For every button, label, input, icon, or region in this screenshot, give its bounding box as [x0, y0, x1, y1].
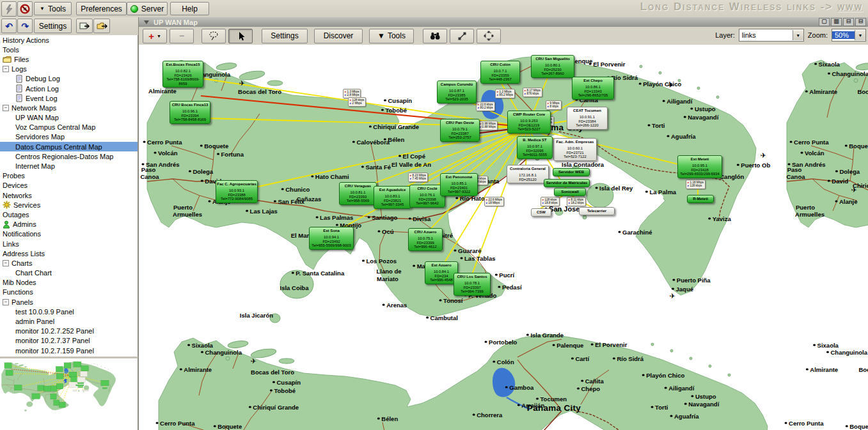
preferences-button[interactable]: Preferences [76, 2, 127, 15]
collapse-box-icon[interactable]: − [3, 299, 9, 305]
network-map-canvas[interactable]: ChanguinolaAlmiranteBocas del ToroCusapí… [139, 45, 868, 430]
sidebar-item-notifications[interactable]: Notifications [0, 229, 138, 239]
map-node-cwp-router-core[interactable]: CWP Router Core10.0.9.253FD=OE1219Tel=52… [507, 111, 551, 134]
sidebar-item-history-actions[interactable]: History Actions [0, 35, 138, 45]
map-node-servidor-web[interactable]: Servidor WEB [553, 168, 590, 176]
sidebar-item-charts[interactable]: −Charts [0, 258, 138, 268]
sidebar-item-monitor-10-2-7-37-panel[interactable]: monitor 10.2.7.37 Panel [0, 336, 138, 346]
map-node-csw[interactable]: CSW [531, 208, 551, 217]
map-node-ext-bocas-finca15[interactable]: Ext.Bocas Finca1510.0.82.1FD=23426Tel=75… [162, 61, 203, 88]
map-node-ext-penonom-[interactable]: Ext Penonomé10.0.85.1FD=23401Tel=997-932… [440, 173, 478, 196]
sidebar-item-logs[interactable]: −Logs [0, 65, 138, 74]
map-settings-button[interactable]: Settings [262, 29, 308, 43]
undo-button[interactable]: ↶ [1, 19, 17, 33]
lasso-tool-button[interactable] [201, 29, 226, 43]
map-node-ext-sona[interactable]: Ext Sona10.0.94.1FD=23492Tel=955-5569/99… [309, 227, 354, 250]
layer-combo[interactable]: links ▼ [739, 29, 804, 42]
town-label: Ustupo [691, 393, 716, 400]
collapse-triangle-icon[interactable] [144, 20, 149, 24]
map-node-ext-metet-[interactable]: Ext Metetí10.0.95.1FD=23428Tel=299-6933/… [677, 155, 722, 178]
map-node-r-metet-[interactable]: R-Metetí [687, 195, 714, 203]
zoom-combo[interactable]: 50% ▼ [832, 29, 866, 42]
settings-button[interactable]: Settings [34, 19, 72, 33]
sidebar-item-probes[interactable]: Probes [0, 171, 138, 181]
map-node-telecarrier[interactable]: Telecarrier [579, 207, 615, 215]
sidebar-item-panels[interactable]: −Panels [0, 297, 138, 307]
link-mode-button[interactable] [450, 29, 474, 43]
window-layout-button-1[interactable]: ▢ [819, 18, 830, 26]
sidebar-item-chart-chart[interactable]: Chart Chart [0, 268, 138, 278]
map-tools-button[interactable]: ▼ Tools [369, 29, 414, 43]
redo-button[interactable]: ↷ [17, 19, 33, 33]
sidebar-item-services[interactable]: Services [0, 200, 138, 210]
sidebar-item-monitor-10-2-7-159-panel[interactable]: monitor 10.2.7.159 Panel [0, 346, 138, 355]
map-node-cru-azuero[interactable]: CRU Azuero10.0.75.1FD=23399Tel=996-4612 [408, 228, 443, 251]
chevron-down-icon[interactable]: ▼ [855, 30, 865, 40]
chevron-down-icon[interactable]: ▼ [793, 30, 803, 40]
sidebar-item-devices[interactable]: Devices [0, 181, 138, 190]
sidebar-item-network-maps[interactable]: −Network Maps [0, 103, 138, 112]
connect-button[interactable] [1, 1, 17, 17]
map-node-servidor-de-matriculas[interactable]: Servidor de Matriculas [544, 179, 590, 187]
find-button[interactable] [423, 29, 447, 43]
sidebar-item-debug-log[interactable]: Debug Log [0, 74, 138, 84]
sidebar-item-tools[interactable]: Tools [0, 45, 138, 54]
tools-menu-button[interactable]: ▼ Tools [34, 2, 72, 15]
node-detail: 10.0.86.1 [573, 85, 613, 89]
map-node-ext-aguadulce[interactable]: Ext Aguadulce10.0.83.1FD=23821Tel=997-33… [374, 186, 411, 209]
map-node-cru-col-n[interactable]: CRU Colón10.0.7.1FD=23359Tel=448-2367 [480, 61, 520, 84]
town-name: Armuelles [795, 211, 825, 218]
window-layout-button-3[interactable]: ⊟ [843, 18, 854, 26]
sidebar-item-functions[interactable]: Functions [0, 288, 138, 297]
sidebar-item-links[interactable]: Links [0, 239, 138, 249]
sidebar-item-action-log[interactable]: Action Log [0, 84, 138, 93]
sidebar-item-networks[interactable]: Networks [0, 190, 138, 200]
map-node-contraloria-general[interactable]: Contraloria General172.16.8.1FD=25120 [507, 165, 549, 183]
map-node-cru-pan-oeste[interactable]: CRU Pan Oeste10.0.79.1FD=23387Tel=253-27… [440, 119, 480, 142]
export-button[interactable] [76, 19, 93, 33]
sidebar-item-event-log[interactable]: Event Log [0, 93, 138, 103]
sidebar-item-internet-map[interactable]: Internet Map [0, 161, 138, 171]
window-layout-button-4[interactable]: ⊟ [855, 18, 866, 26]
window-layout-button-2[interactable]: ▥ [831, 18, 842, 26]
map-pane-titlebar[interactable]: UP WAN Map ▢ ▥ ⊟ ⊟ [139, 17, 868, 27]
map-node-cru-san-miguelito[interactable]: CRU San Miguelito10.0.80.1FD=25230Tel=26… [531, 55, 574, 78]
map-node-fac-adm-empresas[interactable]: Fac. Adm. Empresas10.0.60.1FD=23721Tel=5… [553, 138, 597, 161]
server-button[interactable]: Server [127, 2, 168, 15]
select-tool-button[interactable] [228, 29, 253, 43]
map-node-fac-c-agropecuarias[interactable]: Fac C. Agropecuarias10.0.93.1FD=23388Tel… [216, 180, 258, 203]
sidebar-item-test-10-0-9-9-panel[interactable]: test 10.0.9.9 Panel [0, 307, 138, 316]
add-element-button[interactable]: + ▼ [143, 29, 167, 43]
map-node-cru-bocas-finca13[interactable]: CRU Bocas Finca1310.0.96.1FD=23394Tel=75… [170, 101, 210, 124]
sidebar-item-address-lists[interactable]: Address Lists [0, 249, 138, 258]
collapse-box-icon[interactable]: − [3, 105, 9, 111]
sidebar-item-outages[interactable]: Outages [0, 210, 138, 219]
map-node-b-medica-st[interactable]: B. Medica ST10.0.97.1FD=32095Tel=6011-55… [517, 136, 553, 159]
help-button[interactable]: Help [170, 2, 209, 15]
disconnect-button[interactable] [17, 1, 33, 17]
map-node-ext-chepo[interactable]: Ext Chepo10.0.86.1FD=13343Tel=296-8652/7… [572, 77, 614, 100]
discover-button[interactable]: Discover [314, 29, 363, 43]
sidebar-item-voz-campus-central-map[interactable]: Voz Campus Central Map [0, 123, 138, 132]
collapse-box-icon[interactable]: − [3, 66, 9, 72]
map-node-cru-veraguas[interactable]: CRU Veraguas10.0.81.1FD=23393Tel=958-556… [339, 182, 377, 205]
overview-minimap[interactable] [0, 357, 138, 430]
sidebar-item-mib-nodes[interactable]: Mib Nodes [0, 278, 138, 288]
auto-layout-button[interactable] [477, 29, 501, 43]
sidebar-item-centros-regionales-datos-map[interactable]: Centros Regionales-Datos Map [0, 151, 138, 161]
sidebar-item-monitor-10-2-7-252-panel[interactable]: monitor 10.2.7.252 Panel [0, 326, 138, 336]
map-node-cru-los-santos[interactable]: CRU Los Santos10.0.78.1FD=23397Tel=994-7… [454, 273, 491, 296]
sidebar-item-admin-panel[interactable]: admin Panel [0, 316, 138, 326]
sidebar-item-datos-campus-central-map[interactable]: Datos Campus Central Map [0, 142, 138, 151]
map-node-campus-curund-[interactable]: Campus Curundú10.0.87.1FD=23385Tel=523-2… [437, 81, 477, 104]
remove-element-button[interactable]: − [170, 29, 194, 43]
sidebar-item-servidores-map[interactable]: Servidores Map [0, 132, 138, 142]
sidebar-item-files[interactable]: Files [0, 54, 138, 64]
sidebar-item-admins[interactable]: Admins [0, 220, 138, 229]
collapse-box-icon[interactable]: − [3, 260, 9, 266]
map-node-sonicwall[interactable]: Sonicwall [554, 188, 586, 196]
sidebar-item-up-wan-map[interactable]: UP WAN Map [0, 113, 138, 123]
banner-www-link[interactable]: www [837, 1, 863, 13]
map-node-ceat-tocumen[interactable]: CEAT Tocumen10.0.91.1FD=23384Tel=266-122… [567, 107, 608, 130]
import-button[interactable] [93, 19, 110, 33]
